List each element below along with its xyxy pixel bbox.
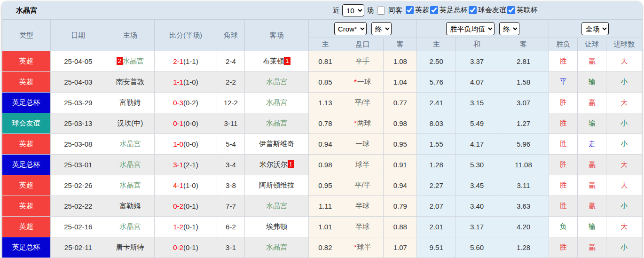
halftime-score: (0-0) (183, 140, 198, 148)
fulltime-score: 3-1 (173, 161, 183, 169)
avg-away-odds: 4.20 (498, 217, 549, 237)
team-title: 水晶宫 (2, 6, 37, 15)
subcol-goals: 进球数 (606, 38, 642, 51)
table-row: 英超 25-03-08 水晶宫 1-0(0-0) 5-4 伊普斯维奇 0.94 … (2, 134, 642, 155)
avg-away-odds: 1.27 (498, 113, 549, 134)
period-selector: 全场 (549, 20, 642, 38)
filters-group: 近 10 场 同客 英超英足总杯球会友谊英联杯 (333, 4, 538, 16)
away-team: 水晶宫 (244, 196, 309, 217)
fulltime-score: 0-1 (173, 119, 183, 127)
away-team: 埃弗顿 (244, 217, 309, 237)
avg-home-odds: 1.55 (417, 134, 456, 155)
handicap-away-odds: 0.98 (384, 113, 417, 134)
corners-value: 5-4 (217, 134, 244, 155)
handicap-away-odds: 0.77 (384, 93, 417, 113)
table-row: 英足总杯 25-03-29 富勒姆 0-3(0-2) 12-2 水晶宫 1.13… (2, 93, 642, 113)
corners-value: 12-2 (217, 93, 244, 113)
league-filter[interactable]: 英足总杯 (429, 6, 468, 15)
handicap-selectors: Crow*终 (309, 20, 417, 38)
same-opponent-checkbox[interactable] (377, 7, 385, 15)
avg-away-odds: 3.63 (498, 196, 549, 217)
match-date: 25-03-13 (50, 113, 106, 134)
match-date: 25-04-03 (50, 72, 106, 93)
halftime-score: (0-1) (183, 223, 198, 231)
handicap-away-odds: 0.88 (384, 217, 417, 237)
halftime-score: (0-0) (183, 119, 198, 127)
home-team: 水晶宫 (106, 217, 155, 237)
match-stats-panel: 水晶宫 近 10 场 同客 英超英足总杯球会友谊英联杯 类型 日期 主场 比分(… (2, 1, 642, 258)
league-checkbox[interactable] (507, 6, 515, 14)
handicap-home-odds: 0.78 (309, 113, 342, 134)
home-team: 水晶宫 (106, 175, 155, 196)
halftime-score: (1-0) (183, 78, 198, 86)
line-text: 平/半 (354, 98, 370, 106)
result-value: 胜 (549, 175, 577, 196)
halftime-score: (1-1) (183, 57, 198, 65)
league-badge: 球会友谊 (2, 113, 51, 134)
avg-away-odds: 3.07 (498, 93, 549, 113)
handicap-line: 球半 (342, 155, 383, 175)
handicap-line: 半球 (342, 217, 383, 237)
avg-draw-odds: 5.60 (456, 237, 498, 258)
handicap-line: *两球 (342, 113, 383, 134)
league-filter[interactable]: 英联杯 (506, 6, 538, 15)
period-select[interactable]: 全场 (581, 22, 609, 35)
avg-time-select[interactable]: 终 (499, 22, 519, 35)
match-score: 2-1(1-1) (154, 51, 217, 72)
home-team: 水晶宫 (106, 134, 155, 155)
home-team: 2水晶宫 (106, 51, 155, 72)
team-name: 埃弗顿 (266, 222, 287, 230)
league-checkbox[interactable] (430, 6, 438, 14)
handicap-home-odds: 0.81 (309, 51, 342, 72)
avg-away-odds: 2.81 (498, 51, 549, 72)
goals-value: 小 (606, 113, 642, 134)
bookmaker-select[interactable]: Crow* (334, 22, 367, 35)
league-filter[interactable]: 球会友谊 (468, 6, 506, 15)
avg-draw-odds: 3.37 (456, 51, 498, 72)
match-score: 1-2(0-1) (154, 217, 217, 237)
line-text: 两球 (357, 119, 371, 127)
team-name: 水晶宫 (119, 222, 141, 230)
subcol-avg-draw: 和 (456, 38, 498, 51)
team-name: 富勒姆 (119, 98, 141, 106)
col-header-date: 日期 (50, 20, 106, 51)
team-name: 布莱顿 (263, 57, 284, 65)
corners-value: 3-11 (217, 113, 244, 134)
subcol-avg-home: 主 (417, 38, 456, 51)
matches-table: 类型 日期 主场 比分(半场) 角球 客场 Crow*终 胜平负均值终 全场 主… (2, 19, 642, 258)
table-row: 英超 25-02-26 水晶宫 4-1(1-0) 3-8 阿斯顿维拉 0.95 … (2, 175, 642, 196)
league-checkbox[interactable] (469, 6, 477, 14)
away-team: 水晶宫 (244, 72, 309, 93)
goals-value: 小 (606, 134, 642, 155)
avg-draw-odds: 4.07 (456, 72, 498, 93)
avg-draw-odds: 5.30 (456, 155, 498, 175)
league-filter[interactable]: 英超 (405, 6, 429, 15)
recent-count-select[interactable]: 10 (342, 4, 364, 16)
team-name: 汉坎(中) (117, 119, 143, 127)
halftime-score: (2-1) (183, 161, 198, 169)
avg-odds-select[interactable]: 胜平负均值 (446, 22, 495, 35)
league-filter-label: 英超 (415, 6, 429, 15)
goals-value: 大 (606, 155, 642, 175)
away-team: 伊普斯维奇 (244, 134, 309, 155)
fulltime-score: 0-2 (173, 202, 183, 210)
goals-value: 大 (606, 93, 642, 113)
star-marker: * (354, 78, 357, 86)
league-badge: 英足总杯 (2, 93, 51, 113)
line-text: 平/半 (354, 181, 370, 189)
avg-home-odds: 1.28 (417, 155, 456, 175)
league-filter-label: 球会友谊 (478, 6, 506, 15)
handicap-away-odds: 0.79 (384, 196, 417, 217)
match-date: 25-03-08 (50, 134, 106, 155)
handicap-time-select[interactable]: 终 (371, 22, 392, 35)
result-value: 胜 (549, 51, 577, 72)
result-value: 胜 (549, 93, 577, 113)
handicap-away-odds: 1.08 (384, 51, 417, 72)
match-score: 1-0(0-0) (154, 134, 217, 155)
league-checkbox[interactable] (406, 6, 414, 14)
match-date: 25-02-26 (50, 175, 106, 196)
avg-draw-odds: 3.17 (456, 217, 498, 237)
match-score: 3-1(2-1) (154, 155, 217, 175)
table-row: 英足总杯 25-03-01 水晶宫 3-1(2-1) 3-4 米尔沃尔1 0.9… (2, 155, 642, 175)
subcol-result: 胜负 (549, 38, 577, 51)
